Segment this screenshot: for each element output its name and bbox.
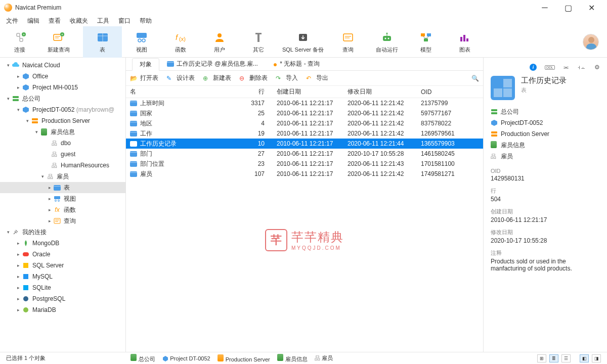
tree-item-HumanResources[interactable]: 品HumanResources: [0, 160, 125, 171]
tree-item-视图[interactable]: ▸视图: [0, 193, 125, 204]
view-details-button[interactable]: ☰: [561, 354, 571, 362]
view-list-button[interactable]: ≣: [549, 354, 558, 362]
menu-view[interactable]: 查看: [49, 17, 61, 25]
connection-tree[interactable]: ▾Navicat Cloud▸Office▸Project MH-0015▾总公…: [0, 58, 126, 352]
table-row[interactable]: 上班时间33172010-06-11 12:21:172020-06-11 12…: [126, 98, 483, 108]
maximize-button[interactable]: ▢: [556, 0, 580, 15]
detail-path-item[interactable]: ProjectDT-0052: [491, 117, 600, 128]
tb-table[interactable]: 表: [83, 26, 122, 58]
tree-item-雇员信息[interactable]: ▾雇员信息: [0, 126, 125, 138]
tree-item-我的连接[interactable]: ▾我的连接: [0, 226, 125, 238]
toggle-panel-button[interactable]: ◨: [592, 354, 601, 362]
tb-user[interactable]: 用户: [200, 26, 239, 58]
tab-untitled-query[interactable]: ●* 无标题 - 查询: [266, 58, 327, 70]
table-row[interactable]: 部门272010-06-11 12:21:172020-10-17 10:55:…: [126, 149, 483, 159]
tree-item-ProjectDT-0052[interactable]: ▾ProjectDT-0052 (marybrown@: [0, 104, 125, 115]
tree-item-Navicat Cloud[interactable]: ▾Navicat Cloud: [0, 60, 125, 71]
tb-autorun[interactable]: 自动运行: [367, 26, 406, 58]
tree-item-总公司[interactable]: ▾总公司: [0, 93, 125, 104]
detail-path-item[interactable]: 总公司: [491, 106, 600, 117]
tb-connect[interactable]: +连接: [0, 26, 39, 58]
table-row[interactable]: 工作历史记录102010-06-11 12:21:172020-06-11 12…: [126, 139, 483, 149]
object-toolbar: 📂打开表 ✎设计表 ⊕新建表 ⊖删除表 ↷导入 ↶导出 🔍: [126, 71, 483, 86]
table-row[interactable]: 国家252010-06-11 12:21:172020-06-11 12:21:…: [126, 108, 483, 118]
tree-item-Oracle[interactable]: ▸Oracle: [0, 249, 125, 260]
detail-path-item[interactable]: 雇员信息: [491, 140, 600, 151]
table-row[interactable]: 工作192010-06-11 12:21:172020-06-11 12:21:…: [126, 128, 483, 139]
tree-item-Production Server[interactable]: ▾Production Server: [0, 115, 125, 126]
tree-item-MariaDB[interactable]: ▸MariaDB: [0, 304, 125, 315]
tree-item-MongoDB[interactable]: ▸MongoDB: [0, 238, 125, 249]
crumb-server[interactable]: Production Server: [218, 354, 270, 362]
server-yellow-icon: [491, 130, 498, 138]
tree-item-SQLite[interactable]: ▸SQLite: [0, 282, 125, 293]
crumb-db[interactable]: 雇员信息: [277, 354, 308, 363]
svg-point-30: [386, 32, 387, 34]
menu-tools[interactable]: 工具: [97, 17, 109, 25]
tree-item-查询[interactable]: ▸查询: [0, 215, 125, 226]
ddl-icon[interactable]: DDL: [545, 65, 555, 70]
tree-item-guest[interactable]: 品guest: [0, 149, 125, 160]
search-button[interactable]: 🔍: [471, 75, 479, 82]
tree-item-表[interactable]: ▸表: [0, 182, 125, 193]
hdr-modified[interactable]: 修改日期: [343, 87, 417, 96]
detail-path-item[interactable]: Production Server: [491, 128, 600, 140]
svg-rect-44: [32, 118, 38, 120]
menu-window[interactable]: 窗口: [118, 17, 131, 25]
wrench-icon: [252, 30, 265, 44]
tab-objects[interactable]: 对象: [132, 58, 159, 71]
table-row[interactable]: 部门位置232010-06-11 12:21:172020-06-11 12:2…: [126, 159, 483, 169]
view-icons-button[interactable]: ⊞: [537, 354, 546, 362]
tb-newquery[interactable]: +新建查询: [39, 26, 78, 58]
menu-edit[interactable]: 编辑: [27, 17, 39, 25]
crumb-project[interactable]: Project DT-0052: [162, 355, 210, 361]
tree-item-SQL Server[interactable]: ▸SQL Server: [0, 260, 125, 271]
tb-function[interactable]: f(x)函数: [161, 26, 200, 58]
toggle-detail-button[interactable]: ◧: [580, 354, 589, 362]
tree-item-Project MH-0015[interactable]: ▸Project MH-0015: [0, 82, 125, 93]
hdr-created[interactable]: 创建日期: [273, 87, 343, 96]
tb-other[interactable]: 其它: [239, 26, 278, 58]
new-table-button[interactable]: ⊕新建表: [203, 74, 231, 82]
table-row[interactable]: 雇员1072010-06-11 12:21:172020-06-11 12:21…: [126, 169, 483, 179]
close-button[interactable]: ✕: [580, 0, 603, 15]
dep-icon[interactable]: ⫘: [563, 64, 569, 71]
tree-item-函数[interactable]: ▸fx函数: [0, 204, 125, 215]
mysql-icon: [21, 273, 30, 280]
user-avatar[interactable]: [583, 34, 599, 50]
delete-table-button[interactable]: ⊖删除表: [239, 74, 268, 82]
import-button[interactable]: ↷导入: [276, 74, 298, 82]
svg-rect-62: [491, 134, 497, 136]
design-table-button[interactable]: ✎设计表: [166, 74, 195, 82]
crumb-schema[interactable]: 品雇员: [315, 354, 333, 362]
tb-view[interactable]: 视图: [122, 26, 161, 58]
tree-item-PostgreSQL[interactable]: ▸PostgreSQL: [0, 293, 125, 304]
tb-model[interactable]: 模型: [406, 26, 445, 58]
export-button[interactable]: ↶导出: [306, 74, 328, 82]
tb-sqlbackup[interactable]: SQL Server 备份: [278, 26, 328, 58]
tb-query[interactable]: 查询: [328, 26, 367, 58]
settings-icon[interactable]: ⚙: [594, 64, 600, 71]
menu-file[interactable]: 文件: [6, 17, 18, 25]
tb-chart[interactable]: 图表: [445, 26, 484, 58]
minimize-button[interactable]: ─: [533, 0, 556, 15]
open-table-button[interactable]: 📂打开表: [130, 74, 158, 82]
tree-item-雇员[interactable]: ▾品雇员: [0, 171, 125, 182]
svg-point-28: [387, 37, 389, 39]
crumb-company[interactable]: 总公司: [131, 354, 155, 363]
tree-item-dbo[interactable]: 品dbo: [0, 138, 125, 149]
menu-fav[interactable]: 收藏夹: [70, 17, 88, 25]
tree-item-Office[interactable]: ▸Office: [0, 71, 125, 82]
columns-icon[interactable]: ⫞⫠: [577, 64, 586, 71]
tab-workhistory[interactable]: 工作历史记录 @雇员信息.雇...: [159, 58, 266, 70]
table-row[interactable]: 地区42010-06-11 12:21:172020-06-11 12:21:4…: [126, 118, 483, 128]
detail-path-item[interactable]: 品雇员: [491, 151, 600, 162]
hdr-rows[interactable]: 行: [232, 87, 273, 96]
menu-help[interactable]: 帮助: [140, 17, 152, 25]
backup-icon: [297, 30, 309, 44]
hdr-name[interactable]: 名: [126, 87, 232, 96]
tree-item-MySQL[interactable]: ▸MySQL: [0, 271, 125, 282]
hdr-oid[interactable]: OID: [417, 88, 478, 96]
info-icon[interactable]: i: [530, 64, 537, 71]
content-tabs: 对象 工作历史记录 @雇员信息.雇... ●* 无标题 - 查询: [126, 58, 483, 71]
